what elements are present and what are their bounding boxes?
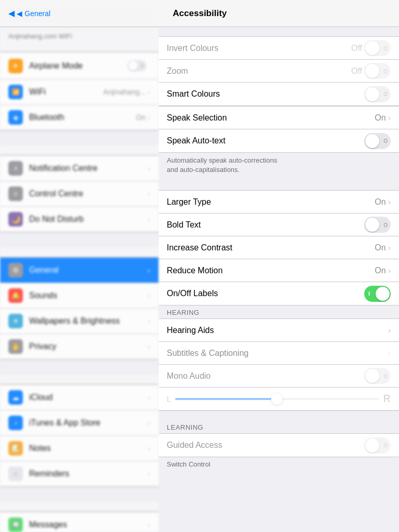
speak-selection-row[interactable]: Speak Selection On › bbox=[158, 107, 399, 129]
speak-autotext-info: Automatically speak auto-correctionsand … bbox=[158, 153, 399, 181]
zoom-toggle[interactable] bbox=[364, 63, 391, 79]
wifi-icon: 📶 bbox=[8, 85, 23, 99]
larger-type-label: Larger Type bbox=[167, 197, 375, 207]
dnd-icon: 🌙 bbox=[8, 212, 23, 227]
larger-type-row[interactable]: Larger Type On › bbox=[158, 191, 399, 214]
mono-audio-toggle[interactable] bbox=[364, 368, 391, 384]
dnd-label: Do Not Disturb bbox=[29, 215, 148, 224]
itunes-label: iTunes & App Store bbox=[29, 418, 148, 428]
settings-group: ⚙ General › 🔔 Sounds › ☀ Wallpapers & Br… bbox=[0, 257, 158, 360]
display-group: Larger Type On › Bold Text Increase Cont… bbox=[158, 190, 399, 305]
network-label: Anjinahang.com WiFi bbox=[0, 27, 158, 42]
mono-audio-label: Mono Audio bbox=[167, 371, 364, 381]
increase-contrast-label: Increase Contrast bbox=[167, 243, 375, 252]
speak-autotext-label: Speak Auto-text bbox=[167, 136, 364, 145]
dnd-chevron: › bbox=[148, 215, 150, 223]
zoom-row[interactable]: Zoom Off bbox=[158, 60, 399, 83]
top-navigation: ◀ ◀ General Accessibility bbox=[0, 0, 399, 27]
airplane-label: Airplane Mode bbox=[29, 61, 124, 71]
notes-icon: 📝 bbox=[8, 441, 23, 456]
increase-contrast-chevron: › bbox=[388, 243, 391, 252]
invert-colors-label: Invert Colours bbox=[167, 44, 351, 53]
speak-selection-value: On bbox=[375, 113, 385, 123]
larger-type-chevron: › bbox=[388, 197, 391, 207]
audio-balance-row[interactable]: L R bbox=[158, 388, 399, 410]
wallpaper-label: Wallpapers & Brightness bbox=[29, 316, 148, 326]
sidebar-item-general[interactable]: ⚙ General › bbox=[0, 257, 158, 283]
notes-label: Notes bbox=[29, 444, 148, 453]
vision-group: Invert Colours Off Zoom Off Smart Colour… bbox=[158, 36, 399, 106]
control-icon: ≡ bbox=[8, 187, 23, 201]
sidebar-item-messages[interactable]: 💬 Messages › bbox=[0, 512, 158, 532]
larger-type-value: On bbox=[375, 197, 385, 207]
guided-access-label: Guided Access bbox=[167, 441, 364, 450]
smart-colours-row[interactable]: Smart Colours bbox=[158, 83, 399, 105]
invert-colors-toggle[interactable] bbox=[364, 40, 391, 56]
invert-colors-row[interactable]: Invert Colours Off bbox=[158, 37, 399, 60]
reduce-motion-value: On bbox=[375, 266, 385, 275]
speak-selection-label: Speak Selection bbox=[167, 113, 375, 123]
back-button[interactable]: ◀ ◀ General bbox=[8, 8, 50, 18]
sounds-chevron: › bbox=[148, 291, 150, 300]
bold-text-row[interactable]: Bold Text bbox=[158, 214, 399, 236]
sidebar-item-bluetooth[interactable]: ◈ Bluetooth On › bbox=[0, 105, 158, 130]
wallpaper-icon: ☀ bbox=[8, 314, 23, 328]
sidebar-item-dnd[interactable]: 🌙 Do Not Disturb › bbox=[0, 207, 158, 232]
smart-colours-label: Smart Colours bbox=[167, 89, 364, 99]
general-icon: ⚙ bbox=[8, 263, 23, 277]
subtitles-row[interactable]: Subtitles & Captioning › bbox=[158, 342, 399, 365]
sidebar-item-control[interactable]: ≡ Control Centre › bbox=[0, 181, 158, 207]
notes-chevron: › bbox=[148, 444, 150, 453]
sidebar-item-wallpaper[interactable]: ☀ Wallpapers & Brightness › bbox=[0, 309, 158, 334]
smart-colours-toggle[interactable] bbox=[364, 86, 391, 102]
sidebar-item-airplane[interactable]: ✈ Airplane Mode bbox=[0, 52, 158, 79]
sidebar: 🔍 Search Anjinahang.com WiFi ✈ Airplane … bbox=[0, 0, 158, 532]
bold-text-toggle[interactable] bbox=[364, 217, 391, 233]
comm-group: 💬 Messages › 📷 FaceTime › 🗺 Maps › 🧭 Saf… bbox=[0, 511, 158, 532]
privacy-label: Privacy bbox=[29, 342, 148, 351]
wallpaper-chevron: › bbox=[148, 317, 150, 325]
bluetooth-icon: ◈ bbox=[8, 110, 23, 125]
increase-contrast-row[interactable]: Increase Contrast On › bbox=[158, 236, 399, 259]
on-off-labels-row[interactable]: On/Off Labels bbox=[158, 282, 399, 305]
sidebar-item-privacy[interactable]: ✋ Privacy › bbox=[0, 334, 158, 360]
reduce-motion-chevron: › bbox=[388, 266, 391, 275]
on-off-labels-toggle[interactable] bbox=[364, 286, 391, 302]
itunes-icon: ♪ bbox=[8, 416, 23, 430]
balance-slider-track[interactable] bbox=[175, 398, 379, 400]
speak-autotext-toggle[interactable] bbox=[364, 133, 391, 149]
hearing-aids-row[interactable]: Hearing Aids › bbox=[158, 319, 399, 342]
sidebar-item-notes[interactable]: 📝 Notes › bbox=[0, 436, 158, 461]
reduce-motion-row[interactable]: Reduce Motion On › bbox=[158, 259, 399, 282]
control-label: Control Centre bbox=[29, 189, 148, 198]
zoom-value: Off bbox=[351, 66, 362, 76]
sidebar-item-reminders[interactable]: ○ Reminders › bbox=[0, 461, 158, 487]
notifications-chevron: › bbox=[148, 164, 150, 172]
bold-text-label: Bold Text bbox=[167, 220, 364, 230]
main-content: Invert Colours Off Zoom Off Smart Colour… bbox=[158, 0, 399, 532]
guided-access-row[interactable]: Guided Access bbox=[158, 434, 399, 457]
bluetooth-chevron: › bbox=[148, 113, 150, 122]
sidebar-item-sounds[interactable]: 🔔 Sounds › bbox=[0, 283, 158, 309]
subtitles-label: Subtitles & Captioning bbox=[167, 349, 388, 358]
invert-colors-value: Off bbox=[351, 44, 362, 53]
sidebar-item-itunes[interactable]: ♪ iTunes & App Store › bbox=[0, 410, 158, 436]
privacy-icon: ✋ bbox=[8, 339, 23, 354]
guided-access-toggle[interactable] bbox=[364, 437, 391, 454]
control-chevron: › bbox=[148, 190, 150, 198]
bluetooth-label: Bluetooth bbox=[29, 113, 136, 122]
reminders-label: Reminders bbox=[29, 469, 148, 478]
connectivity-group: ✈ Airplane Mode 📶 WiFi Anjinahang... › ◈… bbox=[0, 51, 158, 131]
mono-audio-row[interactable]: Mono Audio bbox=[158, 365, 399, 388]
sidebar-item-icloud[interactable]: ☁ iCloud › bbox=[0, 384, 158, 410]
notifications-label: Notification Centre bbox=[29, 164, 148, 173]
hearing-group: Hearing Aids › Subtitles & Captioning › … bbox=[158, 318, 399, 411]
sidebar-item-wifi[interactable]: 📶 WiFi Anjinahang... › bbox=[0, 79, 158, 105]
switch-control-label: Switch Control bbox=[158, 457, 399, 474]
airplane-toggle[interactable] bbox=[128, 60, 147, 72]
notification-group: ≡ Notification Centre › ≡ Control Centre… bbox=[0, 155, 158, 233]
itunes-chevron: › bbox=[148, 419, 150, 427]
speak-autotext-row[interactable]: Speak Auto-text bbox=[158, 129, 399, 152]
icloud-chevron: › bbox=[148, 393, 150, 402]
sidebar-item-notifications[interactable]: ≡ Notification Centre › bbox=[0, 155, 158, 181]
